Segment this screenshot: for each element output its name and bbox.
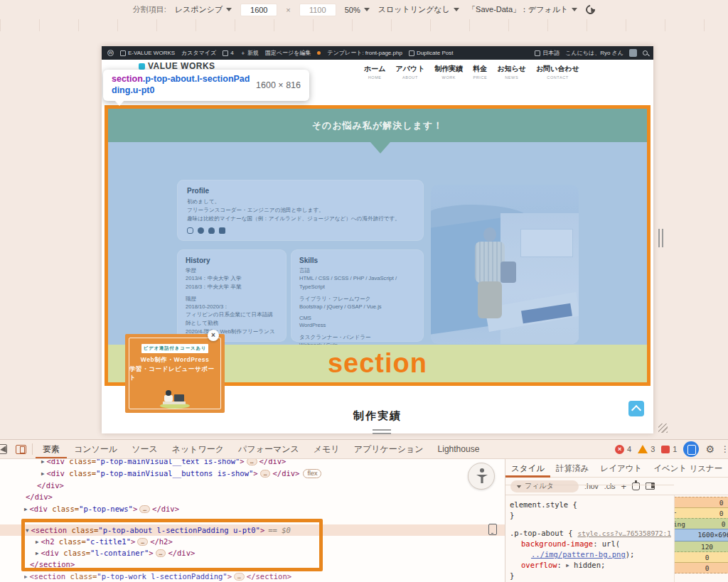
device-toolbar-icon[interactable] bbox=[16, 445, 26, 454]
expand-inline-icon[interactable]: … bbox=[156, 549, 166, 557]
viewport-height-input[interactable] bbox=[299, 4, 336, 16]
styles-filter-input[interactable]: フィルタ bbox=[510, 480, 579, 492]
device-type-select[interactable]: レスポンシブ bbox=[175, 4, 232, 15]
css-declaration[interactable]: overflow: ▶ hidden; bbox=[510, 560, 674, 571]
viewport-resize-handle-right[interactable] bbox=[658, 229, 663, 247]
tree-row[interactable]: ▶<div class="p-top-mainVisual__buttons i… bbox=[0, 468, 505, 479]
expand-arrow-icon[interactable]: ▶ bbox=[41, 459, 45, 465]
history-group-head: 職歴 bbox=[186, 296, 278, 303]
admin-edit-page-link[interactable]: 固定ページを編集 bbox=[265, 49, 311, 57]
expand-shorthand-icon[interactable]: ▶ bbox=[566, 562, 569, 568]
tab-layout[interactable]: レイアウト bbox=[594, 459, 648, 478]
search-icon[interactable] bbox=[643, 50, 648, 55]
tree-row[interactable]: ▶<div class="p-top-news">…</div> bbox=[0, 503, 505, 514]
tab-elements[interactable]: 要素 bbox=[36, 440, 67, 459]
github-icon[interactable] bbox=[208, 227, 215, 234]
brush-icon[interactable] bbox=[632, 483, 640, 490]
tree-row-selected[interactable]: ▼<section class="p-top-about l-sectionPa… bbox=[0, 524, 505, 536]
tab-performance[interactable]: パフォーマンス bbox=[231, 440, 306, 459]
expand-arrow-icon[interactable]: ▶ bbox=[36, 539, 39, 545]
margin-bottom-value[interactable]: 0 bbox=[674, 564, 728, 572]
tab-memory[interactable]: メモリ bbox=[306, 440, 347, 459]
tree-row[interactable]: ▶<div class="l-container">…</div> bbox=[0, 547, 505, 559]
close-icon[interactable]: × bbox=[208, 330, 219, 341]
gear-icon[interactable]: ⚙ bbox=[705, 444, 714, 454]
tab-event-listeners[interactable]: イベント リスナー bbox=[648, 459, 728, 478]
box-model-widget[interactable]: margin0 border0 padding0 0 1600×696 12 bbox=[674, 497, 728, 573]
throttling-select[interactable]: スロットリングなし bbox=[378, 4, 459, 15]
tab-sources[interactable]: ソース bbox=[124, 440, 165, 459]
inspect-element-icon[interactable] bbox=[0, 444, 7, 454]
tree-row[interactable]: </div> bbox=[0, 480, 505, 491]
kebab-menu-icon[interactable]: ⋮ bbox=[721, 444, 725, 454]
viewport-width-input[interactable] bbox=[240, 4, 277, 16]
element-style-rule[interactable]: element.style { bbox=[510, 500, 674, 510]
scroll-to-top-button[interactable] bbox=[628, 401, 644, 416]
new-rule-button[interactable]: + bbox=[621, 481, 627, 492]
expand-arrow-icon[interactable]: ▶ bbox=[24, 573, 28, 580]
zoom-select[interactable]: 50% bbox=[345, 6, 370, 14]
tree-row[interactable]: </div> bbox=[0, 491, 505, 502]
elements-tree-pane: ▶<div class="p-top-mainVisual__text is-s… bbox=[0, 459, 505, 582]
admin-new-link[interactable]: ＋ 新規 bbox=[240, 49, 259, 57]
border-bottom-value[interactable]: 0 bbox=[674, 554, 728, 561]
rule-selector[interactable]: .p-top-about { bbox=[510, 528, 573, 539]
expand-arrow-icon[interactable]: ▶ bbox=[41, 470, 45, 477]
admin-language-link[interactable]: 日本語 bbox=[535, 49, 560, 57]
margin-top-value[interactable]: 0 bbox=[674, 499, 728, 507]
tab-computed[interactable]: 計算済み bbox=[550, 459, 594, 478]
stylesheet-link[interactable]: style.css?v…765358972:1 bbox=[577, 528, 671, 539]
expand-inline-icon[interactable]: … bbox=[139, 505, 150, 513]
tree-row[interactable]: ▶<h2 class="c-title1">…</h2> bbox=[0, 536, 505, 547]
class-toggle-button[interactable]: .cls bbox=[604, 482, 616, 490]
tab-styles[interactable]: スタイル bbox=[505, 459, 550, 478]
flex-badge[interactable]: flex bbox=[303, 469, 321, 478]
tab-lighthouse[interactable]: Lighthouse bbox=[431, 440, 487, 459]
content-size-value[interactable]: 1600×696 bbox=[674, 529, 728, 541]
save-data-select[interactable]: 「Save-Data」：デフォルト bbox=[468, 4, 577, 15]
viewport-resize-handle-corner[interactable] bbox=[658, 424, 668, 433]
expand-inline-icon[interactable]: … bbox=[247, 459, 257, 465]
collapse-arrow-icon[interactable]: ▼ bbox=[26, 527, 29, 534]
warning-icon[interactable] bbox=[638, 445, 648, 453]
nav-item-about[interactable]: アバウトABOUT bbox=[395, 64, 424, 80]
panel-layout-icon[interactable] bbox=[646, 483, 655, 490]
avatar[interactable] bbox=[629, 49, 637, 57]
tab-console[interactable]: コンソール bbox=[67, 440, 124, 459]
tree-row[interactable]: </section> bbox=[0, 559, 505, 570]
border-top-value[interactable]: 0 bbox=[676, 510, 728, 517]
css-declaration-value[interactable]: ../img/pattern-bg.png); bbox=[510, 549, 674, 560]
phone-icon[interactable] bbox=[488, 524, 497, 535]
admin-duplicate-post-link[interactable]: Duplicate Post bbox=[409, 50, 454, 56]
expand-inline-icon[interactable]: … bbox=[137, 538, 148, 546]
admin-greeting[interactable]: こんにちは、Ryo さん bbox=[565, 49, 623, 57]
error-icon[interactable]: × bbox=[615, 445, 624, 454]
wordpress-logo-icon[interactable]: W bbox=[107, 50, 114, 56]
nav-item-price[interactable]: 料金PRICE bbox=[473, 64, 487, 80]
device-posture-icon[interactable] bbox=[683, 441, 699, 457]
tab-network[interactable]: ネットワーク bbox=[165, 440, 231, 459]
admin-comments-link[interactable]: 4 bbox=[223, 50, 233, 56]
linkedin-icon[interactable] bbox=[219, 227, 225, 234]
padding-bottom-value[interactable]: 120 bbox=[674, 543, 728, 551]
nav-item-contact[interactable]: お問い合わせCONTACT bbox=[536, 64, 579, 80]
expand-arrow-icon[interactable]: ▶ bbox=[24, 506, 28, 512]
css-declaration[interactable]: background-image: url( bbox=[510, 539, 674, 549]
instagram-icon[interactable] bbox=[187, 227, 193, 234]
tree-row[interactable]: ▶<div class="p-top-mainVisual__text is-s… bbox=[0, 459, 505, 467]
admin-site-link[interactable]: E-VALUE WORKS bbox=[120, 50, 175, 56]
nav-item-news[interactable]: お知らせNEWS bbox=[497, 64, 526, 80]
accessibility-overlay-button[interactable] bbox=[468, 463, 495, 490]
tab-application[interactable]: アプリケーション bbox=[347, 440, 431, 459]
rotate-viewport-icon[interactable] bbox=[584, 3, 597, 16]
nav-item-home[interactable]: ホームHOME bbox=[364, 64, 385, 80]
viewport-resize-handle-bottom[interactable] bbox=[373, 429, 391, 434]
hover-state-button[interactable]: :hov bbox=[584, 482, 599, 490]
issues-icon[interactable] bbox=[661, 446, 670, 453]
padding-top-value[interactable]: 0 bbox=[685, 520, 728, 528]
facebook-icon[interactable] bbox=[198, 227, 204, 234]
expand-inline-icon[interactable]: … bbox=[260, 470, 271, 478]
expand-arrow-icon[interactable]: ▶ bbox=[36, 550, 39, 556]
admin-customize-link[interactable]: カスタマイズ bbox=[181, 49, 216, 57]
nav-item-work[interactable]: 制作実績WORK bbox=[434, 64, 463, 80]
